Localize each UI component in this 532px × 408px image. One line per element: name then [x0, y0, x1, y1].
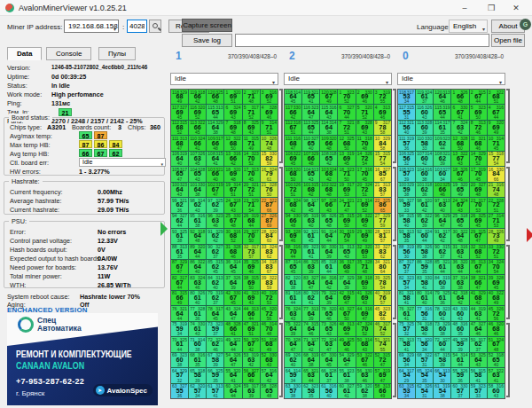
chip-cell[interactable]: 803296241	[302, 291, 319, 305]
chip-cell[interactable]: 783176445	[207, 306, 223, 320]
chip-cell[interactable]: 763276141	[398, 306, 415, 320]
chip-cell[interactable]: 1103246641	[189, 136, 206, 150]
chip-cell[interactable]: 1123186751	[285, 121, 301, 135]
chip-cell[interactable]: 333248362	[261, 245, 278, 259]
chip-cell[interactable]: 583166043	[488, 384, 505, 398]
chip-cell[interactable]: 433246447	[224, 306, 241, 320]
chip-cell[interactable]: 1183146445	[285, 90, 301, 104]
chip-cell[interactable]: 73186948	[224, 121, 241, 135]
chip-cell[interactable]: 763246343	[285, 306, 301, 320]
chip-cell[interactable]: 243246743	[451, 198, 468, 212]
chip-cell[interactable]: 613165640	[320, 384, 337, 398]
chip-cell[interactable]: 813156649	[171, 291, 188, 305]
chip-cell[interactable]: 503296742	[243, 337, 260, 351]
chip-cell[interactable]: 813215841	[398, 291, 415, 305]
chip-cell[interactable]: 733266543	[320, 322, 337, 336]
chip-cell[interactable]: 693266240	[285, 353, 301, 367]
chip-cell[interactable]: 23156744	[470, 90, 487, 104]
chip-cell[interactable]: 673155839	[434, 353, 450, 367]
chip-cell[interactable]: 1193186642	[189, 90, 206, 104]
chip-cell[interactable]: 723216246	[207, 337, 223, 351]
chip-cell[interactable]: 1173276945	[171, 105, 188, 119]
chip-cell[interactable]: 783236041	[434, 306, 450, 320]
chip-cell[interactable]: 53236950	[470, 105, 487, 119]
chip-cell[interactable]: 963236346	[207, 214, 223, 228]
chip-cell[interactable]: 1203286749	[320, 90, 337, 104]
chip-cell[interactable]: 753226439	[285, 322, 301, 336]
chip-cell[interactable]: 1003236443	[171, 183, 188, 197]
chip-cell[interactable]: 183206948	[224, 167, 241, 181]
chip-cell[interactable]: 963296447	[434, 214, 450, 228]
chip-cell[interactable]: 693295634	[398, 353, 415, 367]
chip-cell[interactable]: 553265936	[451, 368, 468, 382]
chip-cell[interactable]: 1073146042	[416, 152, 433, 166]
chip-cell[interactable]: 343247054	[488, 260, 505, 274]
chip-cell[interactable]: 513217455	[374, 337, 391, 351]
chip-cell[interactable]: 153187754	[488, 152, 505, 166]
chip-cell[interactable]: 773165631	[416, 306, 433, 320]
chip-cell[interactable]: 1113136847	[171, 136, 188, 150]
chip-cell[interactable]: 1163206952	[189, 105, 206, 119]
chip-cell[interactable]: 353136744	[470, 260, 487, 274]
chip-cell[interactable]: 1013156842	[302, 183, 319, 197]
chip-cell[interactable]: 493226444	[224, 337, 241, 351]
chip-cell[interactable]: 893206444	[189, 245, 206, 259]
chip-cell[interactable]: 883136135	[171, 245, 188, 259]
chip-cell[interactable]: 223258665	[374, 198, 391, 212]
chip-cell[interactable]: 1073266345	[189, 152, 206, 166]
board-mode-dropdown[interactable]: Idle▾	[284, 73, 392, 85]
chip-cell[interactable]: 1103276540	[302, 136, 319, 150]
ip-combobox[interactable]: 192.168.68.158 ▾	[64, 20, 119, 33]
chip-cell[interactable]: 163247961	[261, 167, 278, 181]
chip-cell[interactable]: 753195934	[171, 322, 188, 336]
chip-cell[interactable]: 643295732	[171, 368, 188, 382]
chip-cell[interactable]: 453238266	[374, 306, 391, 320]
chip-cell[interactable]: 923216145	[302, 229, 319, 243]
chip-cell[interactable]: 603276141	[338, 384, 355, 398]
chip-cell[interactable]: 1083156441	[207, 152, 223, 166]
chip-cell[interactable]: 393286945	[488, 275, 505, 289]
chip-cell[interactable]: 743306143	[189, 322, 206, 336]
chip-cell[interactable]: 933286946	[285, 229, 301, 243]
chip-cell[interactable]: 463177452	[374, 322, 391, 336]
chip-cell[interactable]: 203247251	[356, 183, 373, 197]
chip-cell[interactable]: 433276750	[338, 306, 355, 320]
chip-cell[interactable]: 353287148	[356, 260, 373, 274]
chip-cell[interactable]: 953226239	[416, 214, 433, 228]
chip-cell[interactable]: 143237052	[243, 152, 260, 166]
chip-cell[interactable]: 1203136446	[434, 90, 450, 104]
chip-cell[interactable]: 723246347	[320, 337, 337, 351]
chip-cell[interactable]: 603246444	[224, 384, 241, 398]
chip-cell[interactable]: 233177053	[470, 198, 487, 212]
chip-cell[interactable]: 93147151	[261, 121, 278, 135]
tab-console[interactable]: Console	[46, 47, 91, 60]
chip-cell[interactable]: 133166642	[224, 152, 241, 166]
chip-cell[interactable]: 843166442	[320, 275, 337, 289]
chip-cell[interactable]: 973256239	[207, 198, 223, 212]
chip-cell[interactable]: 623265431	[416, 384, 433, 398]
chip-cell[interactable]: 563276649	[243, 368, 260, 382]
chip-cell[interactable]: 583136649	[374, 384, 391, 398]
chip-cell[interactable]: 33226851	[488, 90, 505, 104]
chip-cell[interactable]: 873296747	[171, 260, 188, 274]
chip-cell[interactable]: 603305737	[451, 384, 468, 398]
chip-cell[interactable]: 383186950	[356, 275, 373, 289]
chip-cell[interactable]: 103147145	[488, 136, 505, 150]
right-arrow-icon[interactable]	[527, 228, 532, 242]
chip-cell[interactable]: 153308259	[261, 152, 278, 166]
chip-cell[interactable]: 293306949	[356, 229, 373, 243]
chip-cell[interactable]: 573166442	[261, 368, 278, 382]
chip-cell[interactable]: 833276447	[302, 275, 319, 289]
chip-cell[interactable]: 313136543	[338, 245, 355, 259]
chip-cell[interactable]: 83256943	[243, 121, 260, 135]
chip-cell[interactable]: 923186448	[189, 229, 206, 243]
chip-cell[interactable]: 803146140	[416, 291, 433, 305]
chip-cell[interactable]: 63246943	[224, 105, 241, 119]
chip-cell[interactable]: 653185839	[189, 368, 206, 382]
chip-cell[interactable]: 993275933	[398, 198, 415, 212]
chip-cell[interactable]: 873175737	[398, 260, 415, 274]
chip-cell[interactable]: 173197045	[470, 167, 487, 181]
chip-cell[interactable]: 713146038	[189, 337, 206, 351]
chip-cell[interactable]: 773136439	[302, 306, 319, 320]
tab-data[interactable]: Data	[7, 47, 42, 60]
